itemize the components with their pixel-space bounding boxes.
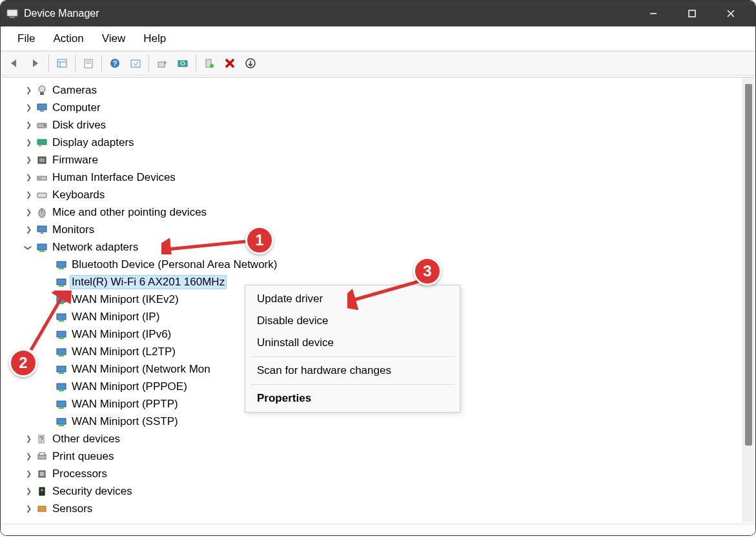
tree-node-firmware[interactable]: ❯Firmware — [5, 151, 742, 169]
menu-action[interactable]: Action — [44, 28, 92, 49]
annotation-arrow-1 — [161, 235, 252, 254]
ctx-scan-hardware[interactable]: Scan for hardware changes — [245, 360, 460, 382]
svg-rect-58 — [57, 384, 66, 389]
tree-node-hid[interactable]: ❯Human Interface Devices — [5, 169, 742, 186]
svg-rect-6 — [57, 59, 66, 67]
tree-node-mice[interactable]: ❯Mice and other pointing devices — [5, 203, 742, 221]
menu-file[interactable]: File — [8, 28, 44, 49]
help-button[interactable]: ? — [105, 54, 125, 73]
network-device-icon — [55, 416, 68, 427]
network-device-icon — [55, 398, 68, 410]
svg-rect-24 — [40, 110, 44, 112]
svg-rect-67 — [39, 453, 45, 455]
tree-node-cameras[interactable]: ❯Cameras — [5, 81, 742, 99]
disk-icon — [36, 119, 48, 131]
monitor-icon — [36, 224, 48, 236]
svg-rect-27 — [37, 139, 46, 145]
processor-icon — [36, 468, 48, 480]
svg-rect-14 — [131, 60, 140, 67]
device-manager-window: Device Manager File Action View Help ? — [0, 0, 756, 536]
properties-button[interactable] — [79, 54, 98, 73]
menu-view[interactable]: View — [93, 28, 135, 49]
svg-rect-69 — [40, 472, 44, 476]
close-button[interactable] — [711, 1, 750, 26]
svg-rect-59 — [59, 390, 64, 391]
svg-text:?: ? — [39, 436, 43, 443]
tree-node-bt-pan[interactable]: Bluetooth Device (Personal Area Network) — [5, 256, 742, 273]
mouse-icon — [36, 207, 48, 218]
ctx-uninstall-device[interactable]: Uninstall device — [245, 332, 460, 354]
tree-node-display-adapters[interactable]: ❯Display adapters — [5, 134, 742, 151]
display-adapter-icon — [36, 137, 48, 149]
tree-node-security-devices[interactable]: ❯Security devices — [5, 482, 742, 500]
svg-rect-45 — [59, 268, 64, 269]
ctx-disable-device[interactable]: Disable device — [245, 310, 460, 332]
svg-rect-41 — [41, 232, 43, 234]
svg-rect-30 — [39, 158, 45, 162]
menu-help[interactable]: Help — [134, 28, 175, 49]
show-hidden-button[interactable] — [52, 54, 72, 73]
annotation-badge-2: 2 — [9, 349, 37, 377]
tree-node-keyboards[interactable]: ❯Keyboards — [5, 186, 742, 203]
network-device-icon — [55, 381, 68, 393]
ctx-separator — [250, 356, 455, 357]
network-device-icon — [55, 276, 68, 288]
tree-node-other-devices[interactable]: ❯?Other devices — [5, 430, 742, 447]
app-icon — [6, 7, 19, 20]
hid-icon — [36, 172, 48, 183]
svg-line-78 — [352, 282, 418, 300]
other-devices-icon: ? — [36, 433, 48, 445]
printer-icon — [36, 451, 48, 462]
svg-rect-23 — [37, 104, 46, 110]
toolbar-separator — [101, 55, 102, 72]
svg-point-19 — [210, 64, 214, 68]
menubar: File Action View Help — [1, 26, 755, 51]
tree-node-disk-drives[interactable]: ❯Disk drives — [5, 116, 742, 134]
forward-button[interactable] — [26, 54, 45, 73]
svg-rect-60 — [57, 401, 66, 407]
tree-node-network-adapters[interactable]: ❯Network adapters — [5, 238, 742, 256]
svg-rect-72 — [38, 506, 46, 511]
tree-node-computer[interactable]: ❯Computer — [5, 99, 742, 116]
toolbar-separator — [48, 55, 49, 72]
action-button[interactable] — [126, 54, 145, 73]
svg-rect-63 — [59, 425, 64, 426]
vertical-scrollbar[interactable] — [742, 77, 754, 522]
svg-rect-40 — [37, 226, 46, 232]
ctx-properties[interactable]: Properties — [245, 387, 460, 409]
window-controls — [634, 1, 750, 26]
annotation-badge-1: 1 — [245, 226, 274, 254]
tree-node-sensors[interactable]: ❯Sensors — [5, 500, 742, 517]
update-driver-button[interactable] — [152, 54, 172, 73]
firmware-icon — [36, 154, 48, 166]
minimize-button[interactable] — [634, 1, 673, 26]
svg-line-74 — [168, 242, 245, 249]
toolbar: ? — [1, 51, 755, 76]
ctx-separator — [250, 384, 455, 385]
add-legacy-button[interactable] — [241, 54, 260, 73]
tree-node-print-queues[interactable]: ❯Print queues — [5, 447, 742, 465]
svg-line-76 — [31, 296, 63, 350]
tree-node-wan-sstp[interactable]: WAN Miniport (SSTP) — [5, 413, 742, 430]
svg-point-71 — [41, 489, 43, 491]
svg-rect-61 — [59, 407, 64, 409]
svg-rect-56 — [57, 366, 66, 372]
uninstall-button[interactable] — [220, 54, 240, 73]
maximize-button[interactable] — [673, 1, 711, 26]
statusbar — [1, 524, 755, 535]
tree-node-monitors[interactable]: ❯Monitors — [5, 221, 742, 238]
sensor-icon — [36, 503, 48, 515]
tree-node-processors[interactable]: ❯Processors — [5, 465, 742, 482]
security-icon — [36, 486, 48, 497]
camera-icon — [36, 85, 48, 96]
back-button[interactable] — [5, 54, 25, 73]
svg-rect-28 — [39, 145, 41, 147]
scrollbar-thumb[interactable] — [745, 84, 752, 446]
enable-button[interactable] — [199, 54, 219, 73]
svg-rect-22 — [40, 92, 44, 95]
svg-point-21 — [39, 86, 45, 92]
svg-rect-57 — [59, 373, 64, 374]
scan-button[interactable] — [173, 54, 192, 73]
toolbar-separator — [75, 55, 76, 72]
svg-rect-47 — [59, 285, 64, 287]
